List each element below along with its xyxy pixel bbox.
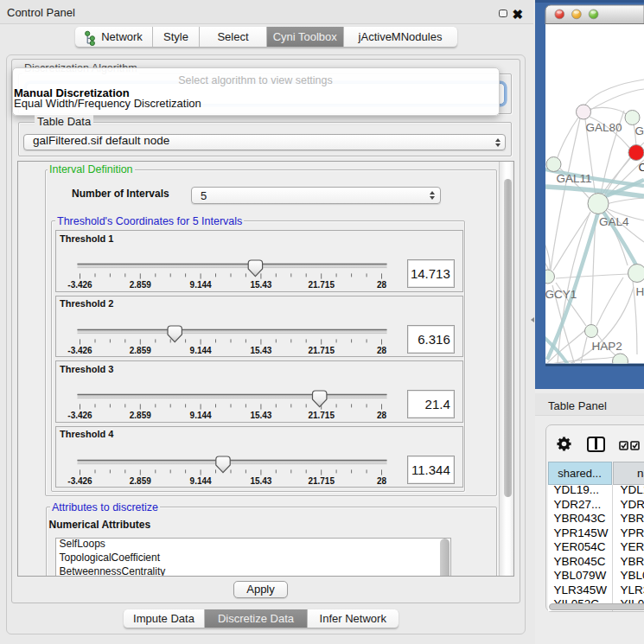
svg-text:HAP2: HAP2 [592,340,622,353]
svg-text:28: 28 [376,346,386,355]
svg-text:9.144: 9.144 [189,280,211,290]
svg-text:GAL11: GAL11 [557,172,592,185]
svg-text:15.43: 15.43 [250,476,271,486]
svg-text:GA: GA [635,124,644,137]
svg-text:GAL4: GAL4 [599,215,629,228]
svg-text:-3.426: -3.426 [67,346,92,355]
svg-text:28: 28 [376,280,386,290]
svg-text:GAL80: GAL80 [586,121,622,134]
svg-text:2.859: 2.859 [129,411,150,420]
svg-text:GCY1: GCY1 [545,288,577,301]
svg-text:H: H [636,285,644,298]
svg-text:9.144: 9.144 [189,346,211,355]
svg-text:-3.426: -3.426 [67,280,92,290]
svg-text:9.144: 9.144 [189,411,211,420]
svg-text:21.715: 21.715 [308,411,335,420]
svg-text:21.715: 21.715 [308,346,335,355]
svg-text:2.859: 2.859 [129,476,150,486]
svg-text:15.43: 15.43 [250,411,271,420]
svg-text:-3.426: -3.426 [67,476,92,486]
svg-text:21.715: 21.715 [308,280,335,290]
svg-text:28: 28 [376,476,386,486]
svg-text:2.859: 2.859 [129,346,150,355]
svg-text:15.43: 15.43 [250,346,271,355]
svg-text:15.43: 15.43 [250,280,271,290]
svg-text:-3.426: -3.426 [67,411,92,420]
svg-text:28: 28 [376,411,386,420]
svg-text:9.144: 9.144 [189,476,211,486]
svg-text:C: C [639,161,644,174]
svg-text:21.715: 21.715 [308,476,335,486]
svg-text:2.859: 2.859 [129,280,150,290]
